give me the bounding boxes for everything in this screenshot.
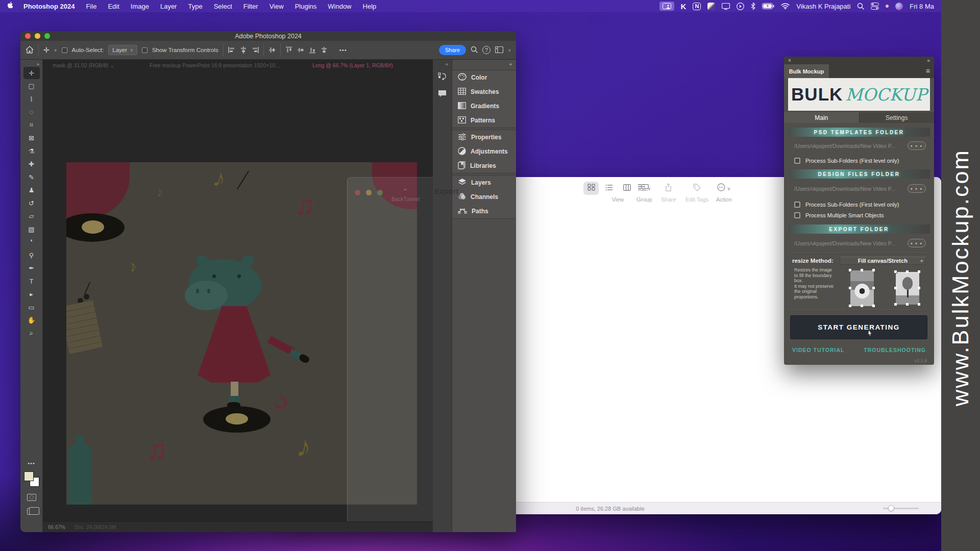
- resize-method-dropdown[interactable]: Fill canvas/Stretch +: [840, 257, 926, 265]
- color-swatches[interactable]: [24, 471, 39, 487]
- bluetooth-icon[interactable]: [751, 2, 755, 11]
- blur-tool[interactable]: ❜: [23, 236, 40, 248]
- swatches[interactable]: Swatches: [452, 85, 516, 99]
- checkbox[interactable]: [794, 202, 800, 208]
- checkbox[interactable]: [794, 158, 800, 164]
- history-panel-icon[interactable]: [438, 72, 447, 83]
- home-icon[interactable]: [26, 46, 34, 55]
- eraser-tool[interactable]: ▱: [23, 210, 40, 222]
- healing-tool[interactable]: ✚: [23, 158, 40, 170]
- play-circle-icon[interactable]: [737, 2, 744, 11]
- help-icon[interactable]: ?: [482, 46, 491, 54]
- bulk-panel-tab[interactable]: Bulk Mockup: [784, 64, 829, 78]
- battery-icon[interactable]: [762, 2, 774, 11]
- lasso-tool[interactable]: ⌇: [23, 93, 40, 105]
- pen-tool[interactable]: ✒: [23, 262, 40, 274]
- align-left-icon[interactable]: [228, 46, 235, 54]
- workspace-icon[interactable]: [495, 46, 503, 54]
- close-button[interactable]: [25, 33, 31, 39]
- close-icon[interactable]: ×: [788, 58, 791, 63]
- menu-date[interactable]: Fri 8 Ma: [910, 3, 934, 10]
- auto-select-checkbox[interactable]: [62, 47, 67, 53]
- view-grid-button[interactable]: [583, 182, 599, 195]
- document-tab[interactable]: mask @ 31.02 (RGB/8) ⌄: [53, 62, 114, 68]
- notion-icon[interactable]: N: [693, 3, 701, 10]
- gradients[interactable]: Gradients: [452, 99, 516, 113]
- filter[interactable]: Filter: [243, 3, 258, 10]
- user-name[interactable]: Vikash K Prajapati: [796, 3, 850, 10]
- menu-app-name[interactable]: Photoshop 2024: [23, 3, 75, 10]
- brush-tool[interactable]: ✎: [23, 171, 40, 183]
- paths[interactable]: Paths: [452, 204, 516, 218]
- comments-panel-icon[interactable]: [438, 90, 447, 99]
- collapse-icon[interactable]: «: [446, 62, 448, 67]
- image[interactable]: Image: [131, 3, 149, 10]
- screen-mirroring-icon[interactable]: [659, 2, 674, 11]
- color[interactable]: Color: [452, 70, 516, 85]
- more-options-icon[interactable]: •••: [339, 47, 347, 53]
- panel-menu-icon[interactable]: ≡: [926, 67, 930, 75]
- clone-stamp-tool[interactable]: ♟: [23, 184, 40, 196]
- minimize-button[interactable]: [35, 33, 40, 39]
- distribute-bottom-icon[interactable]: [309, 46, 316, 54]
- spotlight-search-icon[interactable]: [857, 2, 864, 11]
- distribute-horizontal-icon[interactable]: [268, 46, 276, 54]
- more-tools-icon[interactable]: •••: [28, 460, 35, 466]
- collapse-icon[interactable]: «: [509, 62, 512, 67]
- layers[interactable]: Layers: [452, 176, 516, 190]
- eyedropper-tool[interactable]: ⚗: [23, 145, 40, 157]
- troubleshooting-link[interactable]: TROUBLESHOOTING: [864, 347, 926, 353]
- align-right-icon[interactable]: [252, 46, 259, 54]
- apple-logo[interactable]: [7, 2, 14, 11]
- finder-share-button[interactable]: Share: [661, 182, 676, 203]
- marquee-tool[interactable]: ▢: [23, 80, 40, 92]
- slider-knob[interactable]: [888, 505, 894, 511]
- tab-main[interactable]: Main: [784, 112, 860, 123]
- object-selection-tool[interactable]: ◌: [23, 106, 40, 118]
- foreground-color-swatch[interactable]: [24, 471, 34, 481]
- libraries[interactable]: Libraries: [452, 159, 516, 173]
- browse-psd-button[interactable]: ● ● ●: [908, 141, 926, 150]
- video-tutorial-link[interactable]: VIDEO TUTORIAL: [792, 347, 844, 353]
- shape-tool[interactable]: ▭: [23, 301, 40, 313]
- type[interactable]: Type: [188, 3, 202, 10]
- collapse-icon[interactable]: «: [927, 58, 930, 63]
- properties[interactable]: Properties: [452, 130, 516, 144]
- patterns[interactable]: Patterns: [452, 113, 516, 128]
- browse-export-button[interactable]: ● ● ●: [908, 239, 926, 247]
- channels[interactable]: Channels: [452, 190, 516, 204]
- finder-edit-tags-button[interactable]: Edit Tags: [685, 182, 708, 203]
- tab-settings[interactable]: Settings: [860, 112, 935, 123]
- zoom-level[interactable]: 66.67%: [48, 524, 65, 530]
- expand-toolbar-icon[interactable]: »: [37, 62, 39, 67]
- select[interactable]: Select: [214, 3, 232, 10]
- plugins[interactable]: Plugins: [295, 3, 317, 10]
- move-tool-icon[interactable]: ✛: [43, 46, 50, 54]
- zoom-tool[interactable]: ⌕: [23, 327, 40, 339]
- layer-dropdown[interactable]: Layer ∨: [108, 45, 137, 55]
- finder-group-button[interactable]: ∨ Group: [636, 182, 652, 203]
- screen-mode-icon[interactable]: [27, 508, 36, 515]
- history-brush-tool[interactable]: ↺: [23, 197, 40, 209]
- siri-icon[interactable]: [895, 3, 903, 10]
- share-button[interactable]: Share: [439, 45, 466, 55]
- finder-action-button[interactable]: ∨ Action: [716, 182, 732, 203]
- keystroke-app-icon[interactable]: K: [681, 2, 687, 11]
- display-icon[interactable]: [722, 2, 730, 11]
- dodge-tool[interactable]: ⚲: [23, 249, 40, 261]
- quick-mask-icon[interactable]: [27, 494, 36, 501]
- type-tool[interactable]: T: [23, 275, 40, 287]
- align-center-icon[interactable]: [240, 46, 247, 54]
- start-generating-button[interactable]: START GENERATING: [790, 315, 927, 339]
- layer[interactable]: Layer: [160, 3, 177, 10]
- checkbox[interactable]: [794, 212, 800, 218]
- hand-tool[interactable]: ✋: [23, 314, 40, 327]
- view-columns-button[interactable]: [619, 182, 634, 195]
- file[interactable]: File: [86, 3, 96, 10]
- edit[interactable]: Edit: [108, 3, 119, 10]
- show-transform-checkbox[interactable]: [142, 47, 148, 53]
- control-center-icon[interactable]: [871, 2, 879, 11]
- document-tab[interactable]: Free mockup PowerPoint 16:9 presentation…: [150, 62, 280, 68]
- help[interactable]: Help: [363, 3, 377, 10]
- view-list-button[interactable]: [601, 182, 617, 195]
